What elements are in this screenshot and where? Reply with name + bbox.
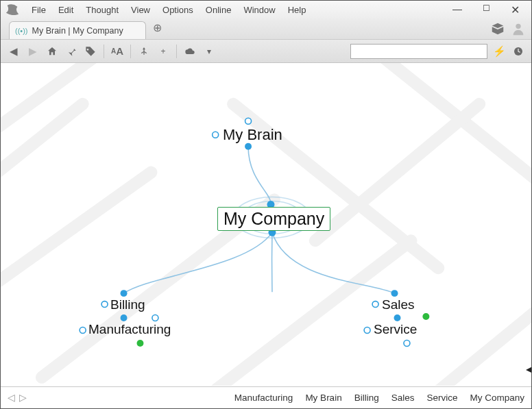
minimize-button[interactable]: — [449, 3, 466, 16]
history-back-button[interactable]: ◁ [8, 392, 15, 403]
svg-point-17 [372, 301, 378, 308]
crumb-sales[interactable]: Sales [391, 393, 415, 403]
menu-file[interactable]: File [25, 3, 52, 16]
svg-point-14 [80, 327, 86, 334]
tag-button[interactable] [83, 44, 98, 59]
menu-window[interactable]: Window [237, 3, 281, 16]
menu-online[interactable]: Online [200, 3, 238, 16]
svg-point-16 [391, 290, 398, 297]
cloud-dropdown[interactable]: ▾ [202, 44, 217, 59]
svg-point-19 [422, 313, 429, 320]
svg-point-5 [245, 118, 252, 124]
menu-view[interactable]: View [125, 3, 156, 16]
tab-active[interactable]: ((•)) My Brain | My Company [9, 21, 146, 39]
textsize-button[interactable]: AA [110, 44, 125, 59]
svg-point-18 [394, 314, 401, 321]
svg-point-11 [101, 301, 108, 308]
window-controls: — ☐ ✕ [449, 3, 527, 16]
tab-bar: ((•)) My Brain | My Company ⊕ [1, 18, 531, 39]
user-icon[interactable] [511, 21, 526, 36]
box-icon[interactable] [490, 21, 505, 36]
svg-point-12 [121, 314, 128, 321]
close-button[interactable]: ✕ [507, 3, 523, 16]
new-tab-button[interactable]: ⊕ [153, 21, 162, 37]
maximize-button[interactable]: ☐ [478, 3, 494, 16]
clock-button[interactable] [511, 44, 526, 59]
node-billing[interactable]: Billing [110, 297, 145, 312]
app-logo-icon [5, 3, 20, 16]
menu-options[interactable]: Options [156, 3, 200, 16]
side-panel-toggle[interactable]: ◀ [526, 364, 531, 374]
plex-canvas[interactable]: My Brain My Company Billing Manufacturin… [1, 63, 531, 386]
crumb-billing[interactable]: Billing [354, 393, 379, 403]
crumb-manufacturing[interactable]: Manufacturing [234, 393, 293, 403]
footer-bar: ◁ ▷ Manufacturing My Brain Billing Sales… [1, 386, 531, 408]
history-forward-button[interactable]: ▷ [19, 392, 27, 403]
node-parent[interactable]: My Brain [223, 126, 282, 144]
back-button[interactable]: ◀ [6, 44, 21, 59]
svg-point-10 [121, 290, 128, 297]
toolbar: ◀ ▶ AA + ▾ ⚡ [1, 39, 531, 63]
svg-point-0 [516, 24, 520, 29]
svg-point-15 [136, 340, 143, 347]
menu-edit[interactable]: Edit [52, 3, 80, 16]
layout-button[interactable] [136, 44, 152, 59]
crumb-my-company[interactable]: My Company [470, 393, 524, 403]
svg-point-21 [404, 340, 410, 346]
node-service[interactable]: Service [374, 322, 417, 337]
node-center[interactable]: My Company [217, 207, 330, 231]
home-button[interactable] [45, 44, 60, 59]
menu-bar: File Edit Thought View Options Online Wi… [1, 1, 531, 18]
svg-point-13 [152, 315, 158, 321]
menu-thought[interactable]: Thought [80, 3, 125, 16]
add-button[interactable]: + [156, 44, 171, 59]
forward-button[interactable]: ▶ [25, 44, 40, 59]
node-manufacturing[interactable]: Manufacturing [88, 322, 171, 337]
svg-point-20 [364, 327, 370, 334]
svg-point-6 [245, 143, 252, 150]
broadcast-icon: ((•)) [15, 27, 28, 35]
pin-button[interactable] [64, 44, 79, 59]
menu-help[interactable]: Help [282, 3, 313, 16]
cloud-button[interactable] [182, 44, 197, 59]
svg-point-7 [213, 132, 219, 138]
search-input[interactable] [350, 44, 487, 59]
instant-button[interactable]: ⚡ [492, 44, 507, 59]
tab-title: My Brain | My Company [32, 26, 123, 36]
crumb-service[interactable]: Service [426, 393, 457, 403]
node-sales[interactable]: Sales [382, 297, 415, 312]
crumb-my-brain[interactable]: My Brain [305, 393, 341, 403]
